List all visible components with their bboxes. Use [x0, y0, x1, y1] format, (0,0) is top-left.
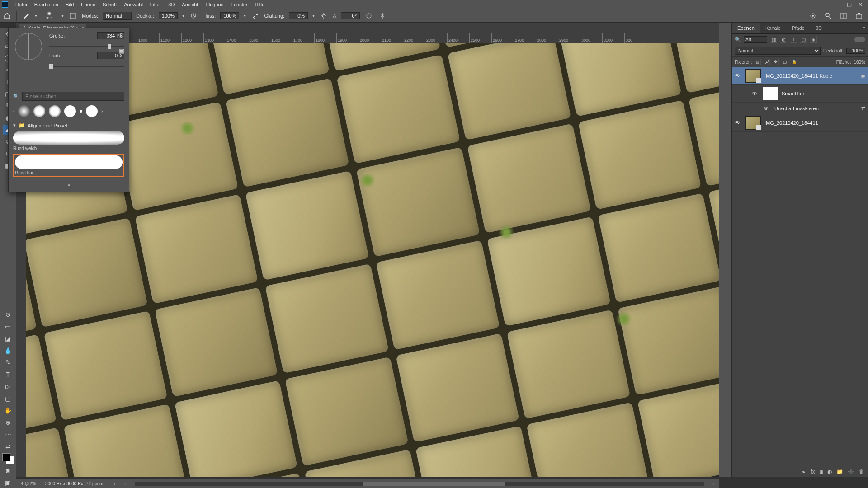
window-close-icon[interactable]: ✕	[858, 1, 863, 8]
path-select-tool-icon[interactable]: ▷	[3, 381, 14, 391]
brush-search-input[interactable]: Pinsel suchen	[22, 92, 124, 101]
edit-toolbar-icon[interactable]: ⇄	[3, 441, 14, 451]
brush-tip-soft[interactable]	[18, 105, 30, 117]
zoom-tool-icon[interactable]: ⊕	[3, 417, 14, 427]
size-pressure-icon[interactable]	[364, 11, 373, 20]
brush-preset-soft-round[interactable]: Rund weich	[13, 131, 124, 151]
smartfilter-row[interactable]: 👁 Smartfilter	[732, 85, 868, 103]
menu-bild[interactable]: Bild	[62, 0, 77, 9]
brush-tip-med2[interactable]	[49, 105, 61, 117]
menu-ebene[interactable]: Ebene	[77, 0, 99, 9]
layer-blend-mode[interactable]: Normal	[735, 47, 821, 55]
filter-blending-icon[interactable]: ⇄	[861, 105, 865, 111]
blend-mode-select[interactable]: Normal	[103, 12, 132, 20]
angle-value[interactable]: 0°	[341, 12, 360, 19]
symmetry-icon[interactable]	[378, 11, 387, 20]
share-icon[interactable]	[854, 11, 863, 20]
delete-layer-icon[interactable]: 🗑	[859, 469, 864, 475]
menu-schrift[interactable]: Schrift	[99, 0, 120, 9]
screen-mode-icon[interactable]: ▣	[3, 478, 14, 488]
window-minimize-icon[interactable]: —	[835, 1, 840, 8]
brush-tip-small[interactable]	[80, 110, 82, 113]
canvas-viewport[interactable]	[26, 43, 719, 477]
new-group-icon[interactable]: 📁	[836, 469, 843, 475]
layer-name[interactable]: IMG_20210420_184411	[764, 120, 818, 126]
search-icon[interactable]	[824, 11, 833, 20]
filter-shape-icon[interactable]: ▢	[800, 36, 807, 43]
menu-filter[interactable]: Filter	[146, 0, 165, 9]
blur-tool-icon[interactable]: 💧	[3, 346, 14, 356]
rect-tool-icon[interactable]: ▭	[3, 322, 14, 332]
tab-pfade[interactable]: Pfade	[786, 23, 810, 33]
filter-toggle[interactable]	[854, 37, 865, 42]
layer-row-original[interactable]: 👁 IMG_20210420_184411	[732, 114, 868, 132]
layer-opacity-value[interactable]: 100%	[846, 48, 865, 54]
visibility-toggle-icon[interactable]: 👁	[735, 120, 742, 126]
brush-preset-picker[interactable]: 334	[42, 10, 57, 21]
visibility-toggle-icon[interactable]: 👁	[764, 105, 771, 112]
menu-datei[interactable]: Datei	[12, 0, 31, 9]
visibility-toggle-icon[interactable]: 👁	[735, 73, 742, 79]
lock-transparency-icon[interactable]: ▨	[755, 59, 761, 65]
layer-thumbnail[interactable]	[745, 116, 761, 130]
workspace-icon[interactable]	[839, 11, 848, 20]
brush-new-preset-icon[interactable]: ▣	[119, 47, 124, 54]
filter-pixel-icon[interactable]: ▨	[770, 36, 777, 43]
lock-all-icon[interactable]: 🔒	[791, 59, 797, 65]
smoothing-value[interactable]: 0%	[289, 12, 308, 19]
scroll-right-icon[interactable]: ›	[713, 481, 714, 486]
quick-mask-icon[interactable]: ◙	[3, 466, 14, 476]
layer-filter-kind[interactable]: Art	[744, 36, 767, 43]
layer-mask-icon[interactable]: ◙	[820, 469, 823, 475]
layer-fill-value[interactable]: 100%	[854, 60, 865, 65]
lock-artboard-icon[interactable]: ▢	[782, 59, 788, 65]
filter-smart-icon[interactable]: ◈	[810, 36, 817, 43]
filter-adjust-icon[interactable]: ◐	[780, 36, 787, 43]
menu-3d[interactable]: 3D	[165, 0, 178, 9]
brush-size-slider[interactable]	[49, 46, 124, 47]
visibility-toggle-icon[interactable]: 👁	[752, 90, 759, 97]
pen-tool-icon[interactable]: ✎	[3, 357, 14, 367]
unsharp-mask-row[interactable]: 👁 Unscharf maskieren ⇄	[732, 103, 868, 114]
magnet-tool-icon[interactable]: ⊙	[3, 310, 14, 319]
menu-fenster[interactable]: Fenster	[227, 0, 251, 9]
adjustment-layer-icon[interactable]: ◐	[827, 469, 832, 475]
tab-ebenen[interactable]: Ebenen	[732, 23, 760, 33]
lock-position-icon[interactable]: ✥	[773, 59, 779, 65]
zoom-level[interactable]: 48,32%	[21, 481, 36, 486]
shape-tool-icon[interactable]: ▢	[3, 393, 14, 403]
brush-hardness-slider[interactable]	[49, 66, 124, 67]
scroll-left-icon[interactable]: ‹	[124, 481, 126, 486]
collapsed-panels-bar[interactable]	[719, 23, 732, 477]
cloud-docs-icon[interactable]	[808, 11, 817, 20]
layer-name[interactable]: IMG_20210420_184411 Kopie	[764, 73, 832, 79]
flow-value[interactable]: 100%	[220, 12, 239, 19]
layer-fx-icon[interactable]: fx	[811, 469, 815, 475]
brush-tips-right-icon[interactable]: ›	[101, 109, 103, 114]
opacity-value[interactable]: 100%	[159, 12, 178, 19]
hand-tool-icon[interactable]: ✋	[3, 405, 14, 415]
filter-mask-thumbnail[interactable]	[763, 87, 778, 100]
doc-info-arrow-icon[interactable]: ›	[114, 481, 115, 486]
horizontal-scrollbar[interactable]	[135, 482, 703, 486]
brush-tip-med3[interactable]	[64, 105, 76, 117]
new-layer-icon[interactable]: ➕	[848, 469, 854, 475]
foreground-background-swatch[interactable]	[2, 453, 14, 464]
more-tools-icon[interactable]: ⋯	[3, 429, 14, 439]
menu-auswahl[interactable]: Auswahl	[120, 0, 146, 9]
brush-group-header[interactable]: ▾ 📁 Allgemeine Pinsel	[13, 122, 124, 128]
menu-plugins[interactable]: Plug-ins	[202, 0, 227, 9]
brush-hardness-control-icon[interactable]: ▴	[13, 182, 124, 187]
menu-hilfe[interactable]: Hilfe	[251, 0, 268, 9]
brush-panel-toggle-icon[interactable]	[68, 11, 77, 20]
brush-preset-hard-round[interactable]: Rund hart	[13, 154, 124, 177]
brush-tip-hard[interactable]	[86, 105, 98, 117]
filter-type-icon[interactable]: T	[790, 36, 797, 43]
home-icon[interactable]	[3, 11, 12, 20]
layer-row-copy[interactable]: 👁 IMG_20210420_184411 Kopie ◉	[732, 67, 868, 85]
opacity-pressure-icon[interactable]	[189, 11, 198, 20]
brush-tip-med1[interactable]	[33, 105, 45, 117]
gradient-tool-icon[interactable]: ◪	[3, 333, 14, 343]
menu-ansicht[interactable]: Ansicht	[178, 0, 202, 9]
brush-tips-left-icon[interactable]: ‹	[13, 109, 14, 114]
